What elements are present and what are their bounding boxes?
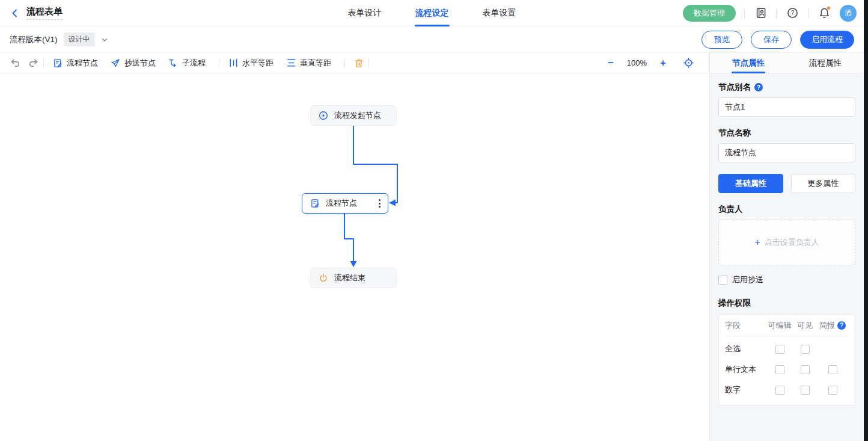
v-distribute-button[interactable]: 垂直等距 (286, 58, 331, 69)
preview-button[interactable]: 预览 (701, 31, 742, 49)
editable-checkbox[interactable] (775, 365, 784, 374)
window-edge-strip (864, 0, 868, 441)
brief-help-icon[interactable]: ? (837, 321, 846, 330)
version-info: 流程版本(V1) 设计中 (0, 32, 108, 46)
notification-bell-icon[interactable] (817, 6, 831, 20)
node-menu-kebab-icon[interactable] (377, 198, 382, 209)
flow-node-start[interactable]: 流程发起节点 (310, 105, 397, 126)
set-owner-placeholder: 点击设置负责人 (765, 237, 819, 248)
enable-cc-row[interactable]: 启用抄送 (718, 274, 855, 285)
page-title[interactable]: 流程表单 (26, 6, 63, 20)
tab-form-design[interactable]: 表单设计 (348, 0, 382, 26)
top-header: 流程表单 表单设计 流程设定 表单设置 数据管理 ? (0, 0, 864, 26)
enable-cc-checkbox[interactable] (718, 276, 727, 285)
help-icon[interactable]: ? (785, 6, 799, 20)
basic-attrs-button[interactable]: 基础属性 (718, 174, 783, 193)
editable-checkbox[interactable] (775, 386, 784, 395)
version-chevron-down-icon[interactable] (101, 36, 108, 43)
set-owner-button[interactable]: + 点击设置负责人 (718, 220, 855, 265)
version-label: 流程版本(V1) (10, 34, 58, 45)
add-subflow-label: 子流程 (182, 58, 206, 69)
locate-crosshair-icon[interactable] (683, 58, 694, 69)
divider (744, 8, 745, 18)
tab-flow-setting[interactable]: 流程设定 (415, 0, 449, 26)
zoom-in-button[interactable]: + (660, 58, 666, 68)
flow-connectors (0, 73, 709, 441)
svg-text:?: ? (790, 10, 794, 16)
divider (776, 8, 777, 18)
row-field-label: 数字 (725, 384, 766, 395)
divider (808, 8, 808, 18)
col-brief: 简报 (819, 320, 835, 331)
alias-input[interactable] (718, 97, 855, 117)
alias-label: 节点别名 (718, 82, 751, 93)
version-actions: 预览 保存 启用流程 (701, 31, 864, 49)
v-distribute-label: 垂直等距 (300, 58, 331, 69)
permission-row-number: 数字 (725, 382, 849, 398)
redo-icon[interactable] (28, 58, 38, 69)
play-circle-icon (319, 111, 328, 120)
back-icon[interactable] (10, 8, 20, 19)
panel-tabs: 节点属性 流程属性 (710, 53, 864, 73)
address-book-icon[interactable] (753, 6, 768, 20)
doc-pen-icon (52, 58, 63, 69)
add-flow-node-button[interactable]: 流程节点 (52, 58, 98, 69)
undo-icon[interactable] (10, 58, 20, 69)
owner-label-row: 负责人 (718, 204, 855, 215)
panel-body: 节点别名 ? 节点名称 基础属性 更多属性 负责人 + 点击设置负责人 启用抄 (710, 73, 864, 406)
power-icon (319, 273, 328, 283)
version-bar: 流程版本(V1) 设计中 预览 保存 启用流程 (0, 26, 864, 53)
flow-node-end-label: 流程结束 (334, 273, 365, 283)
col-visible: 可见 (797, 320, 813, 331)
editable-checkbox[interactable] (775, 345, 784, 354)
permission-row-all: 全选 (725, 341, 849, 357)
add-flow-node-label: 流程节点 (67, 58, 98, 69)
zoom-out-button[interactable]: − (608, 58, 614, 68)
notification-dot (827, 6, 831, 10)
flow-node-start-label: 流程发起节点 (334, 110, 381, 121)
h-distribute-label: 水平等距 (242, 58, 274, 69)
app-window: 流程表单 表单设计 流程设定 表单设置 数据管理 ? (0, 0, 868, 441)
permissions-title: 操作权限 (718, 298, 855, 309)
add-subflow-button[interactable]: 子流程 (168, 58, 206, 69)
zoom-level: 100% (627, 58, 647, 67)
data-manage-button[interactable]: 数据管理 (683, 5, 736, 22)
doc-pen-icon (310, 199, 320, 208)
tab-flow-properties[interactable]: 流程属性 (809, 53, 842, 73)
tab-node-properties[interactable]: 节点属性 (732, 53, 765, 73)
flow-node-task[interactable]: 流程节点 (302, 193, 388, 214)
col-editable: 可编辑 (768, 320, 792, 331)
header-right: 数据管理 ? 酒 (683, 5, 864, 22)
more-attrs-button[interactable]: 更多属性 (791, 174, 856, 193)
owner-label: 负责人 (718, 204, 743, 215)
visible-checkbox[interactable] (801, 345, 810, 354)
enable-cc-label: 启用抄送 (732, 274, 763, 285)
save-button[interactable]: 保存 (751, 31, 792, 49)
attr-tab-buttons: 基础属性 更多属性 (718, 174, 855, 193)
alias-help-icon[interactable]: ? (754, 83, 763, 91)
row-field-label: 单行文本 (725, 364, 766, 375)
permissions-table: 字段 可编辑 可见 简报 ? 全选 单行文本 (718, 314, 855, 406)
divider (219, 58, 219, 67)
brief-checkbox[interactable] (828, 365, 837, 374)
avatar[interactable]: 酒 (840, 5, 857, 22)
node-name-input[interactable] (718, 143, 855, 162)
trash-icon[interactable] (353, 58, 364, 69)
canvas-toolbar: 流程节点 抄送节点 子流程 (0, 53, 709, 73)
divider (43, 58, 44, 67)
zoom-controls: − 100% + (608, 58, 700, 69)
flow-canvas[interactable]: 流程发起节点 流程节点 流程结束 (0, 73, 709, 441)
enable-flow-button[interactable]: 启用流程 (800, 31, 854, 49)
add-cc-node-button[interactable]: 抄送节点 (110, 58, 156, 69)
name-label-row: 节点名称 (718, 128, 855, 138)
flow-node-end[interactable]: 流程结束 (310, 268, 397, 288)
visible-checkbox[interactable] (801, 386, 810, 395)
properties-panel: 节点属性 流程属性 节点别名 ? 节点名称 基础属性 更多属性 负责人 + 点 (709, 53, 864, 441)
tab-form-config[interactable]: 表单设置 (483, 0, 516, 26)
subflow-branch-icon (168, 58, 179, 69)
h-distribute-icon (228, 58, 239, 69)
visible-checkbox[interactable] (801, 365, 810, 374)
brief-checkbox[interactable] (828, 386, 837, 395)
main-tabs: 表单设计 流程设定 表单设置 (348, 0, 516, 26)
h-distribute-button[interactable]: 水平等距 (228, 58, 274, 69)
